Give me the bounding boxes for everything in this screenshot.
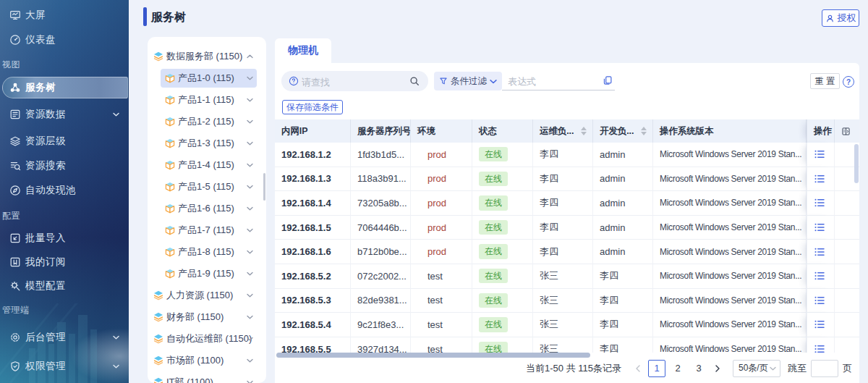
reset-button[interactable]: 重 置 [810,73,840,89]
chevron-down-icon[interactable] [247,379,253,383]
chevron-down-icon[interactable] [247,227,253,233]
sidebar-item-label: 资源数据 [25,108,66,121]
page-size-select[interactable]: 50条/页 [733,360,780,377]
horizontal-scrollbar-thumb[interactable] [276,353,590,358]
sidebar-item-service-tree[interactable]: 服务树 [0,75,129,100]
tree-node[interactable]: 产品1-5 (115) [148,176,266,198]
tree-node[interactable]: 市场部 (1100) [148,350,266,371]
pagination-summary: 当前1-50 共 115条记录 [526,362,621,375]
table-row[interactable]: 192.168.5.4 9c21f8e3... test 在线 张三 李四 Mi… [275,313,859,337]
sidebar-item-resource-level[interactable]: 资源层级 [0,129,129,153]
sidebar-item-resource-data[interactable]: 资源数据 [0,102,129,127]
column-header-status[interactable]: 状态 [472,119,533,143]
help-icon[interactable]: ? [843,76,854,88]
cell-env: prod [411,240,472,264]
search-icon[interactable] [409,76,420,86]
cell-serial: b712b0be... [351,240,411,264]
tree-node[interactable]: 自动化运维部 (1150) [148,328,266,350]
chevron-down-icon[interactable] [247,162,253,168]
table-row[interactable]: 192.168.1.2 1fd3b1d5... prod 在线 李四 admin… [275,143,859,167]
column-header-settings[interactable] [835,119,859,143]
chevron-down-icon[interactable] [247,97,253,103]
vertical-scrollbar-thumb[interactable] [854,144,859,183]
expression-input[interactable]: 表达式 [502,72,615,91]
row-actions-icon[interactable] [814,150,825,159]
save-filter-button[interactable]: 保存筛选条件 [282,100,343,114]
chevron-down-icon[interactable] [247,140,253,146]
tree-scrollbar-thumb[interactable] [263,173,265,201]
sidebar-item-big-screen[interactable]: 大屏 [0,3,129,28]
chevron-down-icon[interactable] [247,336,253,342]
chevron-down-icon[interactable] [247,271,253,277]
table-row[interactable]: 192.168.1.3 118a3b91... prod 在线 李四 admin… [275,167,859,192]
chevron-down-icon[interactable] [247,184,253,190]
row-actions-icon[interactable] [814,198,825,207]
column-header-os[interactable]: 操作系统版本 [653,119,807,143]
jump-page-input[interactable] [811,360,838,377]
tree-node[interactable]: 产品1-2 (115) [148,111,266,132]
tree-node[interactable]: 产品1-4 (115) [148,154,266,176]
sidebar-item-dashboard[interactable]: 仪表盘 [0,28,129,52]
sidebar-item-auto-discover[interactable]: 自动发现池 [0,178,129,203]
sidebar-item-admin[interactable]: 后台管理 [0,325,129,350]
tree-node[interactable]: 人力资源 (1150) [148,285,266,306]
copy-icon[interactable] [603,75,613,85]
tree-node[interactable]: 产品1-0 (115) [148,67,266,89]
page-button-3[interactable]: 3 [690,360,707,377]
column-settings-icon[interactable] [841,127,851,136]
authorize-button[interactable]: 授权 [822,9,859,27]
tab-physical-machine[interactable]: 物理机 [275,38,331,63]
chevron-down-icon[interactable] [247,119,253,125]
tree-node[interactable]: 产品1-6 (115) [148,198,266,219]
table-row[interactable]: 192.168.1.4 73205a8b... prod 在线 李四 admin… [275,191,859,216]
prev-page-button[interactable] [631,360,644,377]
next-page-button[interactable] [711,360,724,377]
row-actions-icon[interactable] [814,320,825,329]
tree-node-label: 产品1-2 (115) [178,115,234,128]
sidebar-item-resource-search[interactable]: 资源搜索 [0,153,129,178]
sort-icon[interactable] [641,127,647,135]
page-button-1[interactable]: 1 [648,360,665,377]
column-header-serial[interactable]: 服务器序列号 [351,119,411,143]
table-row[interactable]: 192.168.5.5 3927d134... test 在线 张三 李四 Mi… [275,337,859,353]
column-header-dev-owner[interactable]: 开发负... [593,119,653,143]
row-actions-icon[interactable] [814,345,825,353]
condition-filter-dropdown[interactable]: 条件过滤 [434,72,502,91]
column-header-action[interactable]: 操作 [807,119,835,143]
chevron-down-icon[interactable] [247,292,253,298]
column-header-ip[interactable]: 内网IP [275,119,351,143]
table-row[interactable]: 192.168.1.6 b712b0be... prod 在线 李四 admin… [275,240,859,264]
sidebar-item-model-config[interactable]: 模型配置 [0,274,129,298]
chevron-down-icon[interactable] [247,249,253,255]
table-row[interactable]: 192.168.5.2 072c2002... test 在线 张三 李四 Mi… [275,264,859,289]
table-row[interactable]: 192.168.5.3 82de9381... test 在线 张三 李四 Mi… [275,289,859,313]
sort-icon[interactable] [581,127,587,135]
column-header-ops-owner[interactable]: 运维负... [533,119,593,143]
tree-node[interactable]: 产品1-8 (115) [148,241,266,263]
table-row[interactable]: 192.168.1.5 7064446b... prod 在线 李四 admin… [275,216,859,240]
chevron-down-icon[interactable] [247,314,253,320]
sidebar-item-batch-import[interactable]: 批量导入 [0,226,129,251]
tree-node[interactable]: 数据服务部 (1150) [148,46,266,67]
row-actions-icon[interactable] [814,296,825,305]
tree-node[interactable]: 产品1-3 (115) [148,132,266,154]
tree-node[interactable]: 产品1-9 (115) [148,263,266,285]
tree-node[interactable]: IT部 (1100) [148,371,266,383]
sidebar-item-subscription[interactable]: 我的订阅 [0,250,129,274]
sidebar-item-permission[interactable]: 权限管理 [0,354,129,379]
chevron-down-icon[interactable] [247,54,253,59]
tree-node[interactable]: 财务部 (1150) [148,306,266,328]
chevron-down-icon[interactable] [247,206,253,211]
tree-node[interactable]: 产品1-1 (115) [148,89,266,111]
column-header-env[interactable]: 环境 [411,119,472,143]
row-actions-icon[interactable] [814,248,825,256]
search-input[interactable]: 请查找 [281,71,428,91]
chevron-down-icon[interactable] [247,75,253,81]
page-button-2[interactable]: 2 [669,360,686,377]
chevron-down-icon[interactable] [247,358,253,363]
row-actions-icon[interactable] [814,272,825,280]
sidebar-section-config: 配置 [2,210,20,222]
row-actions-icon[interactable] [814,174,825,183]
tree-node[interactable]: 产品1-7 (115) [148,219,266,241]
row-actions-icon[interactable] [814,223,825,232]
